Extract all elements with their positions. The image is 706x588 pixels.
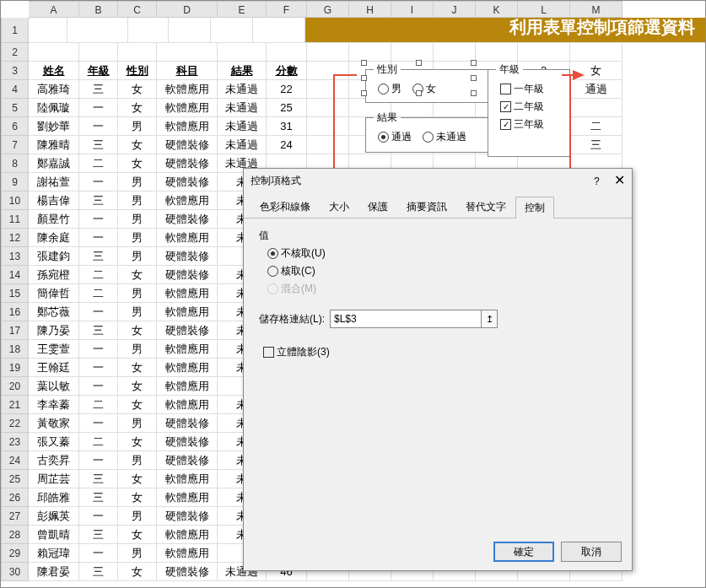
tab-alttext[interactable]: 替代文字 <box>456 196 515 218</box>
row-header[interactable]: 15 <box>1 284 29 303</box>
row-header[interactable]: 5 <box>1 99 29 117</box>
grade-3-check[interactable]: 三年級 <box>500 117 544 132</box>
col-header[interactable]: M <box>570 1 622 18</box>
grade-1-check[interactable]: 一年級 <box>500 82 544 96</box>
gender-legend: 性別 <box>374 62 401 77</box>
col-header[interactable]: E <box>218 1 267 18</box>
row-header[interactable]: 14 <box>1 266 29 284</box>
row-header[interactable]: 10 <box>1 192 29 210</box>
row-header[interactable]: 12 <box>1 229 29 247</box>
row-header[interactable]: 27 <box>1 507 29 526</box>
cancel-button[interactable]: 取消 <box>561 542 622 562</box>
cell-link-input[interactable] <box>330 310 482 328</box>
row-header[interactable]: 1 <box>1 18 29 43</box>
row-header[interactable]: 18 <box>1 340 29 359</box>
tab-control[interactable]: 控制 <box>515 197 554 218</box>
row-header[interactable]: 2 <box>1 43 29 62</box>
value-unchecked-radio[interactable]: 不核取(U) <box>267 246 617 261</box>
result-pass-radio[interactable]: 通過 <box>378 130 412 144</box>
dialog-tabs: 色彩和線條 大小 保護 摘要資訊 替代文字 控制 <box>244 192 632 218</box>
row-header[interactable]: 4 <box>1 80 29 99</box>
row-header[interactable]: 7 <box>1 136 29 154</box>
col-header[interactable]: F <box>267 1 307 18</box>
row-header[interactable]: 8 <box>1 154 29 173</box>
grade-group[interactable]: 年級 一年級 二年級 三年級 <box>488 62 570 157</box>
row-header[interactable]: 11 <box>1 210 29 229</box>
shadow-check[interactable]: 立體陰影(3) <box>263 345 330 359</box>
row-header[interactable]: 24 <box>1 451 29 470</box>
close-icon[interactable]: ✕ <box>614 173 625 187</box>
row-header[interactable]: 9 <box>1 173 29 192</box>
row-header[interactable]: 30 <box>1 563 29 581</box>
tab-color[interactable]: 色彩和線條 <box>251 196 320 218</box>
row-header[interactable]: 26 <box>1 488 29 507</box>
value-checked-radio[interactable]: 核取(C) <box>267 264 617 278</box>
tab-properties[interactable]: 摘要資訊 <box>397 196 456 218</box>
col-header[interactable]: B <box>79 1 118 18</box>
dialog-help-icon[interactable]: ? <box>594 175 600 187</box>
ok-button[interactable]: 確定 <box>493 542 554 562</box>
row-header[interactable]: 3 <box>1 62 29 80</box>
col-header[interactable]: H <box>349 1 391 18</box>
row-header[interactable]: 28 <box>1 526 29 544</box>
row-header[interactable]: 25 <box>1 470 29 488</box>
grade-legend: 年級 <box>496 62 523 77</box>
col-header[interactable]: G <box>307 1 349 18</box>
tab-protect[interactable]: 保護 <box>358 196 397 218</box>
row-header[interactable]: 21 <box>1 396 29 414</box>
value-label: 值 <box>259 229 617 243</box>
row-header[interactable]: 17 <box>1 321 29 340</box>
page-title: 利用表單控制項篩選資料 <box>305 18 706 43</box>
row-header[interactable]: 6 <box>1 117 29 136</box>
gender-male-radio[interactable]: 男 <box>378 82 402 96</box>
col-header[interactable]: I <box>391 1 434 18</box>
col-header[interactable]: J <box>434 1 476 18</box>
row-header[interactable]: 29 <box>1 544 29 563</box>
row-header[interactable]: 13 <box>1 247 29 266</box>
row-header[interactable]: 23 <box>1 433 29 451</box>
row-header[interactable]: 20 <box>1 377 29 396</box>
col-header[interactable]: D <box>157 1 218 18</box>
col-header[interactable]: L <box>518 1 570 18</box>
range-picker-icon[interactable]: ↥ <box>481 310 498 328</box>
dialog-title: 控制項格式 <box>251 169 301 192</box>
tab-size[interactable]: 大小 <box>320 196 358 218</box>
col-header[interactable]: K <box>476 1 518 18</box>
gender-group[interactable]: 性別 男 女 <box>365 62 492 103</box>
col-header[interactable]: C <box>118 1 157 18</box>
result-fail-radio[interactable]: 未通過 <box>423 130 466 144</box>
col-header[interactable]: A <box>29 1 79 18</box>
result-legend: 結果 <box>374 111 401 125</box>
row-header[interactable]: 22 <box>1 414 29 433</box>
row-header[interactable]: 16 <box>1 303 29 321</box>
value-mixed-radio: 混合(M) <box>267 282 617 296</box>
result-group[interactable]: 結果 通過 未通過 <box>365 111 496 153</box>
row-header[interactable]: 19 <box>1 359 29 377</box>
cell-link-label: 儲存格連結(L): <box>259 312 325 326</box>
format-control-dialog: 控制項格式 ? ✕ 色彩和線條 大小 保護 摘要資訊 替代文字 控制 值 不核取… <box>243 168 633 571</box>
grade-2-check[interactable]: 二年級 <box>500 100 544 114</box>
